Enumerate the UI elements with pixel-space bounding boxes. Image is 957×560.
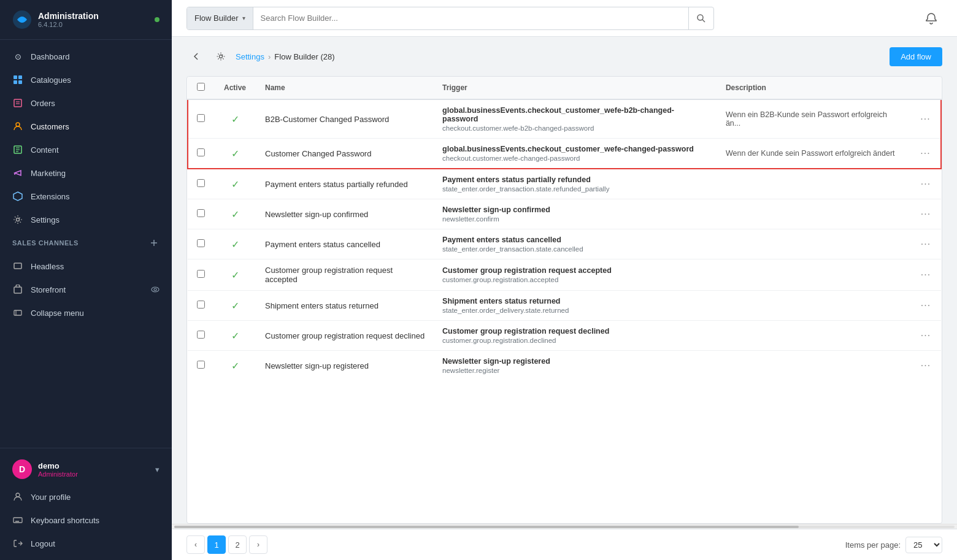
row-name-cell[interactable]: Newsletter sign-up confirmed — [256, 199, 434, 229]
row-name-cell[interactable]: Customer group registration request acce… — [256, 259, 434, 291]
row-checkbox-cell[interactable] — [188, 351, 213, 381]
breadcrumb-current: Flow Builder (28) — [274, 52, 334, 61]
row-description-cell — [717, 291, 910, 321]
user-info[interactable]: D demo Administrator ▾ — [0, 453, 172, 485]
sidebar-item-customers[interactable]: Customers — [0, 115, 172, 138]
trigger-secondary: state_enter.order_delivery.state.returne… — [442, 307, 709, 314]
row-checkbox[interactable] — [197, 148, 205, 156]
row-trigger-cell: global.businessEvents.checkout_customer_… — [434, 139, 717, 169]
sidebar-item-content[interactable]: Content — [0, 138, 172, 161]
row-name-cell[interactable]: Payment enters status cancelled — [256, 229, 434, 259]
svg-line-32 — [702, 20, 705, 22]
row-name-cell[interactable]: Customer Changed Password — [256, 139, 434, 169]
sidebar-nav: ⊙ Dashboard Catalogues Orders Customers — [0, 40, 172, 448]
sidebar-item-logout[interactable]: Logout — [0, 532, 172, 555]
row-actions-cell[interactable]: ··· — [910, 321, 941, 351]
breadcrumb-settings[interactable]: Settings — [236, 52, 264, 61]
row-actions-cell[interactable]: ··· — [910, 99, 941, 139]
row-actions-menu-button[interactable]: ··· — [921, 239, 931, 249]
row-actions-menu-button[interactable]: ··· — [921, 360, 931, 370]
row-actions-cell[interactable]: ··· — [910, 351, 941, 381]
row-name-cell[interactable]: Payment enters status partially refunded — [256, 169, 434, 199]
sidebar-item-settings[interactable]: Settings — [0, 208, 172, 231]
breadcrumb-separator: › — [268, 52, 271, 61]
row-actions-menu-button[interactable]: ··· — [920, 148, 930, 158]
search-input[interactable] — [253, 7, 688, 29]
row-actions-menu-button[interactable]: ··· — [921, 209, 931, 219]
svg-rect-4 — [18, 80, 22, 84]
row-name-cell[interactable]: Newsletter sign-up registered — [256, 351, 434, 381]
select-all-checkbox[interactable] — [197, 83, 205, 91]
row-actions-menu-button[interactable]: ··· — [921, 269, 931, 280]
row-checkbox-cell[interactable] — [188, 169, 213, 199]
page-1-button[interactable]: 1 — [207, 535, 226, 554]
sidebar-item-orders[interactable]: Orders — [0, 91, 172, 115]
dashboard-icon: ⊙ — [12, 51, 23, 62]
row-name-cell[interactable]: Customer group registration request decl… — [256, 321, 434, 351]
row-description-cell — [717, 229, 910, 259]
search-prefix-button[interactable]: Flow Builder ▾ — [187, 7, 253, 29]
settings-gear-button[interactable] — [211, 47, 231, 66]
row-name-cell[interactable]: Shipment enters status returned — [256, 291, 434, 321]
search-prefix-chevron-icon: ▾ — [242, 15, 245, 21]
row-checkbox[interactable] — [197, 209, 205, 217]
search-button[interactable] — [688, 7, 713, 29]
sidebar-item-profile[interactable]: Your profile — [0, 485, 172, 508]
row-checkbox-cell[interactable] — [188, 139, 213, 169]
row-actions-cell[interactable]: ··· — [910, 139, 941, 169]
horizontal-scrollbar[interactable] — [172, 524, 957, 529]
row-checkbox-cell[interactable] — [188, 99, 213, 139]
row-actions-menu-button[interactable]: ··· — [920, 113, 930, 124]
sidebar-item-storefront[interactable]: Storefront — [0, 278, 172, 301]
row-checkbox[interactable] — [197, 331, 205, 339]
row-actions-cell[interactable]: ··· — [910, 169, 941, 199]
add-sales-channel-button[interactable] — [148, 237, 160, 248]
sidebar-item-extensions[interactable]: Extensions — [0, 185, 172, 208]
row-checkbox-cell[interactable] — [188, 229, 213, 259]
sidebar-item-marketing[interactable]: Marketing — [0, 161, 172, 185]
col-trigger[interactable]: Trigger — [434, 77, 717, 99]
row-description-cell — [717, 321, 910, 351]
row-actions-menu-button[interactable]: ··· — [921, 300, 931, 310]
active-checkmark: ✓ — [231, 209, 239, 220]
user-chevron-icon: ▾ — [155, 465, 160, 474]
row-checkbox[interactable] — [197, 179, 205, 187]
row-actions-cell[interactable]: ··· — [910, 199, 941, 229]
row-actions-cell[interactable]: ··· — [910, 229, 941, 259]
notifications-button[interactable] — [920, 7, 942, 29]
row-checkbox[interactable] — [197, 270, 205, 278]
sidebar-item-headless[interactable]: Headless — [0, 255, 172, 278]
row-checkbox-cell[interactable] — [188, 291, 213, 321]
row-active-cell: ✓ — [213, 229, 256, 259]
row-checkbox[interactable] — [197, 239, 205, 247]
row-checkbox-cell[interactable] — [188, 199, 213, 229]
row-actions-cell[interactable]: ··· — [910, 291, 941, 321]
user-name: demo — [38, 461, 78, 470]
col-name[interactable]: Name — [256, 77, 434, 99]
add-flow-button[interactable]: Add flow — [890, 47, 942, 66]
col-active[interactable]: Active — [213, 77, 256, 99]
user-role: Administrator — [38, 470, 78, 478]
col-description[interactable]: Description — [717, 77, 910, 99]
back-button[interactable] — [186, 47, 206, 66]
sidebar-item-catalogues[interactable]: Catalogues — [0, 68, 172, 91]
row-checkbox-cell[interactable] — [188, 321, 213, 351]
row-checkbox[interactable] — [197, 301, 205, 309]
prev-page-button[interactable]: ‹ — [186, 535, 205, 554]
sidebar-item-collapse[interactable]: Collapse menu — [0, 301, 172, 324]
row-actions-menu-button[interactable]: ··· — [921, 178, 931, 189]
trigger-primary: Shipment enters status returned — [442, 297, 709, 305]
page-2-button[interactable]: 2 — [228, 535, 247, 554]
row-name-cell[interactable]: B2B-Customer Changed Password — [256, 99, 434, 139]
sidebar-item-keyboard[interactable]: Keyboard shortcuts — [0, 508, 172, 532]
row-actions-menu-button[interactable]: ··· — [921, 330, 931, 340]
row-checkbox[interactable] — [197, 114, 205, 122]
svg-point-21 — [154, 288, 156, 291]
next-page-button[interactable]: › — [249, 535, 267, 554]
row-actions-cell[interactable]: ··· — [910, 259, 941, 291]
per-page-select[interactable]: 25 50 100 — [905, 537, 942, 553]
sidebar-item-label: Keyboard shortcuts — [31, 516, 99, 525]
row-checkbox[interactable] — [197, 361, 205, 369]
sidebar-item-dashboard[interactable]: ⊙ Dashboard — [0, 45, 172, 68]
row-checkbox-cell[interactable] — [188, 259, 213, 291]
